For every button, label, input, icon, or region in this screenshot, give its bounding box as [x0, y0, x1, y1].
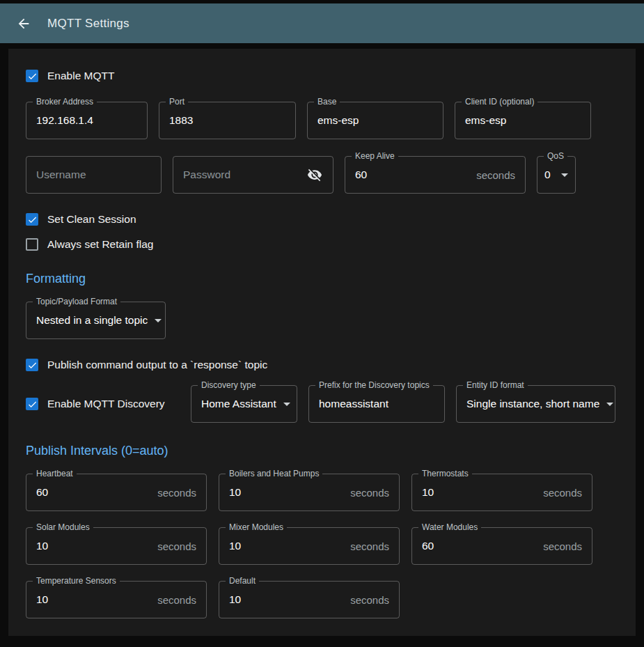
- field-label: Discovery type: [198, 380, 260, 390]
- qos-select[interactable]: QoS 0: [537, 156, 576, 194]
- discovery-prefix-field[interactable]: Prefix for the Discovery topics homeassi…: [308, 385, 445, 423]
- field-value: 60: [36, 486, 48, 499]
- field-label: Temperature Sensors: [33, 576, 120, 586]
- field-value: 60: [422, 540, 434, 552]
- field-label: Solar Modules: [33, 522, 93, 532]
- check-icon: [27, 215, 38, 225]
- field-label: Client ID (optional): [462, 97, 537, 107]
- solar-interval-field[interactable]: Solar Modules 10 seconds: [26, 527, 207, 565]
- toggle-password-visibility-button[interactable]: [306, 166, 323, 183]
- thermostats-interval-field[interactable]: Thermostats 10 seconds: [411, 474, 592, 511]
- field-label: Prefix for the Discovery topics: [315, 380, 433, 390]
- field-label: Default: [226, 576, 259, 586]
- checkbox-label: Enable MQTT Discovery: [47, 398, 165, 410]
- connection-row-1: Broker Address 192.168.1.4 Port 1883 Bas…: [26, 102, 618, 139]
- field-label: Boilers and Heat Pumps: [226, 469, 322, 478]
- field-value: ems-esp: [317, 114, 359, 127]
- checkbox-icon: [26, 398, 38, 410]
- field-value: 0: [544, 169, 551, 181]
- heartbeat-interval-field[interactable]: Heartbeat 60 seconds: [26, 474, 207, 511]
- field-value: 10: [422, 486, 434, 499]
- field-label: Base: [314, 97, 340, 107]
- appbar: MQTT Settings: [0, 3, 644, 43]
- field-label: Mixer Modules: [226, 522, 287, 532]
- formatting-heading: Formatting: [26, 272, 618, 286]
- field-label: Water Modules: [418, 522, 481, 532]
- checkbox-label: Always set Retain flag: [47, 238, 154, 251]
- keep-alive-field[interactable]: Keep Alive 60 seconds: [345, 156, 526, 194]
- settings-panel: Enable MQTT Broker Address 192.168.1.4 P…: [8, 49, 636, 636]
- discovery-type-select[interactable]: Discovery type Home Assistant: [191, 385, 297, 423]
- field-suffix: seconds: [536, 540, 582, 552]
- field-value: 10: [36, 593, 48, 606]
- field-suffix: seconds: [343, 487, 389, 499]
- checkbox-icon: [26, 70, 38, 82]
- publish-response-checkbox[interactable]: Publish command output to a `response` t…: [26, 359, 618, 371]
- checkbox-icon: [26, 238, 38, 251]
- field-suffix: seconds: [150, 594, 196, 606]
- field-value: Nested in a single topic: [36, 314, 148, 327]
- field-suffix: seconds: [343, 540, 389, 552]
- field-value: 1883: [169, 114, 193, 127]
- entity-id-format-select[interactable]: Entity ID format Single instance, short …: [456, 385, 615, 423]
- field-placeholder: Password: [183, 169, 230, 181]
- port-field[interactable]: Port 1883: [159, 102, 296, 139]
- visibility-off-icon: [307, 167, 322, 182]
- client-id-field[interactable]: Client ID (optional) ems-esp: [455, 102, 591, 139]
- field-label: Heartbeat: [33, 469, 77, 478]
- dropdown-arrow-icon: [561, 173, 568, 177]
- field-suffix: seconds: [343, 594, 389, 606]
- checkbox-label: Set Clean Session: [47, 213, 136, 226]
- discovery-row: Enable MQTT Discovery Discovery type Hom…: [26, 385, 618, 423]
- field-suffix: seconds: [536, 487, 582, 499]
- intervals-grid: Heartbeat 60 seconds Boilers and Heat Pu…: [26, 474, 618, 618]
- password-field[interactable]: Password: [173, 156, 333, 194]
- field-value: Single instance, short name: [466, 398, 599, 410]
- base-field[interactable]: Base ems-esp: [307, 102, 443, 139]
- temperature-sensors-interval-field[interactable]: Temperature Sensors 10 seconds: [26, 581, 207, 618]
- default-interval-field[interactable]: Default 10 seconds: [219, 581, 400, 618]
- checkbox-icon: [26, 359, 38, 371]
- field-value: 192.168.1.4: [36, 114, 93, 127]
- field-value: 60: [355, 169, 367, 181]
- checkbox-label: Publish command output to a `response` t…: [47, 359, 267, 371]
- username-field[interactable]: Username: [26, 156, 162, 194]
- field-label: Thermostats: [418, 469, 472, 478]
- broker-address-field[interactable]: Broker Address 192.168.1.4: [26, 102, 148, 139]
- water-interval-field[interactable]: Water Modules 60 seconds: [411, 527, 592, 565]
- field-value: 10: [36, 540, 48, 552]
- publish-intervals-heading: Publish Intervals (0=auto): [26, 444, 618, 458]
- enable-discovery-checkbox[interactable]: Enable MQTT Discovery: [26, 398, 180, 410]
- enable-mqtt-checkbox[interactable]: Enable MQTT: [26, 70, 618, 82]
- field-value: 10: [229, 593, 241, 606]
- page-title: MQTT Settings: [47, 17, 129, 31]
- field-value: 10: [229, 486, 241, 499]
- clean-session-checkbox[interactable]: Set Clean Session: [26, 213, 618, 226]
- back-button[interactable]: [15, 15, 32, 32]
- retain-flag-checkbox[interactable]: Always set Retain flag: [26, 238, 618, 251]
- dropdown-arrow-icon: [283, 403, 290, 406]
- field-label: Broker Address: [33, 97, 97, 107]
- field-value: 10: [229, 540, 241, 552]
- field-label: Topic/Payload Format: [33, 297, 120, 306]
- field-value: ems-esp: [465, 114, 506, 127]
- checkbox-label: Enable MQTT: [47, 70, 114, 82]
- field-label: Entity ID format: [463, 380, 528, 390]
- check-icon: [27, 360, 38, 371]
- check-icon: [27, 71, 38, 81]
- checkbox-icon: [26, 213, 38, 226]
- field-label: Port: [166, 97, 188, 107]
- boilers-interval-field[interactable]: Boilers and Heat Pumps 10 seconds: [219, 474, 400, 511]
- field-value: Home Assistant: [201, 398, 276, 410]
- field-label: Keep Alive: [352, 151, 398, 161]
- topic-format-row: Topic/Payload Format Nested in a single …: [26, 302, 618, 339]
- field-value: homeassistant: [319, 398, 388, 410]
- arrow-back-icon: [16, 16, 31, 31]
- field-placeholder: Username: [36, 169, 86, 181]
- field-suffix: seconds: [469, 169, 515, 181]
- topic-payload-format-select[interactable]: Topic/Payload Format Nested in a single …: [26, 302, 166, 339]
- field-suffix: seconds: [150, 487, 196, 499]
- connection-row-2: Username Password Keep Alive 60 seconds …: [26, 156, 618, 194]
- mixer-interval-field[interactable]: Mixer Modules 10 seconds: [219, 527, 400, 565]
- field-suffix: seconds: [150, 540, 196, 552]
